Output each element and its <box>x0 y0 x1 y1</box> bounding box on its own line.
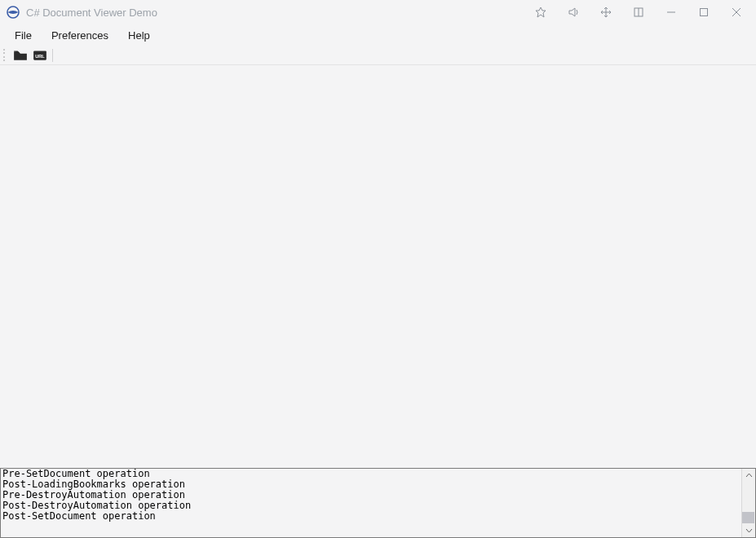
menu-help[interactable]: Help <box>118 27 160 44</box>
window-title: C# Document Viewer Demo <box>26 7 524 19</box>
open-url-button[interactable]: URL <box>33 48 47 63</box>
svg-rect-4 <box>701 9 708 16</box>
toolbar-separator <box>52 49 53 62</box>
log-line: Post-SetDocument operation <box>2 511 740 522</box>
close-button[interactable] <box>720 0 753 24</box>
toolbar: URL <box>0 46 756 65</box>
log-content[interactable]: Pre-SetDocument operation Post-LoadingBo… <box>1 469 741 537</box>
scroll-down-icon[interactable] <box>742 523 755 537</box>
scroll-track[interactable] <box>742 483 755 523</box>
log-scrollbar[interactable] <box>741 469 755 537</box>
titlebar: C# Document Viewer Demo <box>0 0 756 24</box>
open-folder-button[interactable] <box>13 48 28 63</box>
toolbar-grip[interactable] <box>3 49 7 62</box>
log-panel: Pre-SetDocument operation Post-LoadingBo… <box>0 468 756 538</box>
maximize-button[interactable] <box>687 0 720 24</box>
dock-icon[interactable] <box>622 0 655 24</box>
minimize-button[interactable] <box>655 0 687 24</box>
scroll-up-icon[interactable] <box>742 469 755 483</box>
menu-file[interactable]: File <box>5 27 42 44</box>
pin-icon[interactable] <box>524 0 557 24</box>
svg-text:URL: URL <box>35 53 45 58</box>
volume-icon[interactable] <box>557 0 590 24</box>
document-viewer-area <box>0 65 756 468</box>
menu-preferences[interactable]: Preferences <box>42 27 118 44</box>
scroll-thumb[interactable] <box>742 512 754 523</box>
menubar: File Preferences Help <box>0 24 756 46</box>
system-controls <box>524 0 753 24</box>
move-icon[interactable] <box>590 0 622 24</box>
app-icon <box>7 6 20 19</box>
